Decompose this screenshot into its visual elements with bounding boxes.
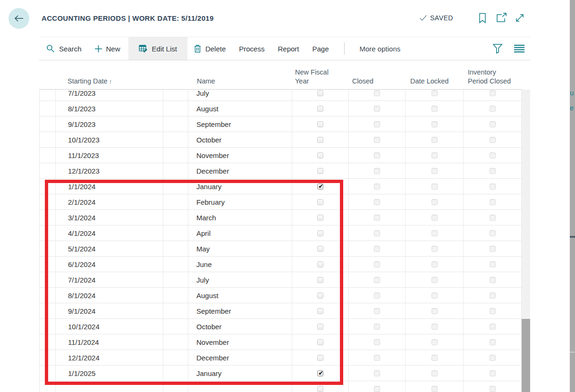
name-cell[interactable]: November [188,148,292,163]
new-fiscal-year-cell[interactable] [292,90,349,100]
date-locked-cell[interactable] [406,163,464,178]
starting-date-cell[interactable]: 12/1/2023 [56,163,163,178]
inventory-period-closed-cell[interactable] [464,179,522,194]
starting-date-cell[interactable]: 10/1/2023 [56,132,163,147]
new-fiscal-year-checkbox[interactable] [317,152,323,158]
table-row[interactable]: 7/1/2023 July [40,90,522,101]
new-fiscal-year-checkbox[interactable] [317,137,323,143]
name-cell[interactable]: September [188,117,292,132]
inventory-period-closed-cell[interactable] [464,303,522,318]
more-options-button[interactable]: More options [349,37,407,60]
closed-checkbox[interactable] [374,137,380,143]
new-fiscal-year-checkbox[interactable] [317,199,323,205]
inventory-period-closed-checkbox[interactable] [490,183,496,190]
column-header-date-locked[interactable]: Date Locked [405,77,463,89]
date-locked-checkbox[interactable] [431,168,438,174]
inventory-period-closed-checkbox[interactable] [490,152,496,158]
row-selector-cell[interactable] [40,101,56,116]
inventory-period-closed-checkbox[interactable] [490,386,496,392]
expand-icon[interactable] [515,13,525,23]
table-row[interactable] [40,381,522,392]
new-fiscal-year-checkbox[interactable] [317,230,323,236]
date-locked-checkbox[interactable] [431,183,438,190]
closed-checkbox[interactable] [374,324,380,330]
row-selector-cell[interactable] [40,319,56,334]
closed-cell[interactable] [349,241,406,256]
new-fiscal-year-cell[interactable] [292,319,349,334]
starting-date-cell[interactable]: 3/1/2024 [56,210,163,225]
name-cell[interactable]: April [188,225,292,241]
page-menu[interactable]: Page [305,37,335,60]
name-cell[interactable]: June [188,257,292,272]
inventory-period-closed-checkbox[interactable] [490,137,496,143]
date-locked-cell[interactable] [406,90,464,100]
name-cell[interactable]: August [188,288,292,303]
starting-date-cell[interactable]: 8/1/2024 [56,288,163,303]
starting-date-cell[interactable]: 2/1/2024 [56,194,163,209]
new-fiscal-year-checkbox[interactable] [317,183,323,190]
date-locked-checkbox[interactable] [431,215,438,221]
closed-cell[interactable] [349,350,406,365]
table-row[interactable]: 10/1/2024 October [40,319,522,334]
new-fiscal-year-checkbox[interactable] [317,370,323,376]
inventory-period-closed-checkbox[interactable] [490,230,496,236]
closed-cell[interactable] [349,194,406,209]
new-fiscal-year-cell[interactable] [292,381,349,392]
new-fiscal-year-checkbox[interactable] [317,355,323,361]
closed-cell[interactable] [349,366,406,381]
inventory-period-closed-checkbox[interactable] [490,355,496,361]
closed-checkbox[interactable] [374,246,380,252]
closed-checkbox[interactable] [374,106,380,112]
date-locked-cell[interactable] [406,210,464,225]
closed-checkbox[interactable] [374,183,380,190]
inventory-period-closed-checkbox[interactable] [490,90,496,96]
table-row[interactable]: 8/1/2023 August [40,101,522,117]
table-scrollbar-thumb[interactable] [522,319,530,392]
inventory-period-closed-cell[interactable] [464,288,522,303]
name-cell[interactable] [188,381,292,392]
date-locked-cell[interactable] [406,194,464,209]
table-row[interactable]: 4/1/2024 April [40,225,522,241]
new-fiscal-year-cell[interactable] [292,225,349,241]
process-menu[interactable]: Process [232,37,271,60]
new-fiscal-year-checkbox[interactable] [317,261,323,267]
table-row[interactable]: 12/1/2023 December [40,163,522,179]
starting-date-cell[interactable] [56,381,163,392]
row-selector-cell[interactable] [40,210,56,225]
starting-date-cell[interactable]: 1/1/2025 [56,366,163,381]
filter-icon[interactable] [487,37,508,60]
closed-checkbox[interactable] [374,121,380,127]
row-selector-cell[interactable] [40,241,56,256]
date-locked-cell[interactable] [406,225,464,241]
inventory-period-closed-cell[interactable] [464,148,522,163]
row-selector-cell[interactable] [40,257,56,272]
date-locked-cell[interactable] [406,148,464,163]
name-cell[interactable]: November [188,334,292,350]
date-locked-checkbox[interactable] [431,121,438,127]
new-fiscal-year-cell[interactable] [292,272,349,287]
date-locked-checkbox[interactable] [431,308,438,314]
inventory-period-closed-checkbox[interactable] [490,215,496,221]
new-fiscal-year-checkbox[interactable] [317,121,323,127]
starting-date-cell[interactable]: 1/1/2024 [56,179,163,194]
date-locked-checkbox[interactable] [431,246,438,252]
table-row[interactable]: 9/1/2023 September [40,117,522,132]
inventory-period-closed-checkbox[interactable] [490,370,496,376]
inventory-period-closed-cell[interactable] [464,334,522,350]
starting-date-cell[interactable]: 9/1/2024 [56,303,163,318]
closed-checkbox[interactable] [374,230,380,236]
new-fiscal-year-cell[interactable] [292,350,349,365]
date-locked-checkbox[interactable] [431,137,438,143]
date-locked-cell[interactable] [406,241,464,256]
closed-cell[interactable] [349,272,406,287]
date-locked-cell[interactable] [406,288,464,303]
closed-cell[interactable] [349,148,406,163]
date-locked-checkbox[interactable] [431,199,438,205]
new-fiscal-year-checkbox[interactable] [317,324,323,330]
closed-cell[interactable] [349,132,406,147]
starting-date-cell[interactable]: 11/1/2023 [56,148,163,163]
new-fiscal-year-cell[interactable] [292,366,349,381]
inventory-period-closed-cell[interactable] [464,319,522,334]
new-fiscal-year-checkbox[interactable] [317,339,323,345]
starting-date-cell[interactable]: 12/1/2024 [56,350,163,365]
